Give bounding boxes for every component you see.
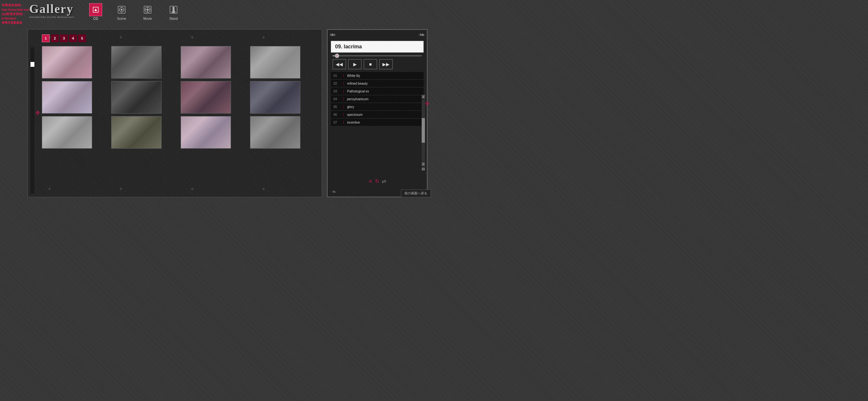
main-content: ⚜ 1 2 3 4 5 ✦ ✦ ✦ ✦ ✦ ✦ <box>28 29 428 197</box>
track-sep-2: ｜ <box>342 81 345 86</box>
site-line5: 每周五更新游戏 <box>2 21 29 25</box>
thumbnail-8[interactable] <box>250 81 300 114</box>
scroll-down-button[interactable]: ▼ <box>422 162 425 166</box>
thumbnail-9[interactable] <box>42 116 92 149</box>
tab-scene-label: Scene <box>117 17 126 21</box>
shuffle-icon[interactable]: ✕ <box>369 179 372 184</box>
scroll-up-button[interactable]: ▲ <box>422 95 425 99</box>
deco-cross-5: ✦ <box>48 186 52 192</box>
stop-icon: ■ <box>369 62 372 67</box>
track-num-6: 06 <box>334 113 340 117</box>
ornament-top: ❧ ❧ <box>331 31 424 38</box>
ornament-top-right: ❧ <box>418 31 423 38</box>
tab-movie-label: Movie <box>143 17 152 21</box>
nav-tabs: CG Scene <box>86 3 183 21</box>
thumbnail-1[interactable] <box>42 46 92 79</box>
track-name-3: Pathological ex <box>347 90 369 93</box>
thumbnail-2[interactable] <box>111 46 161 79</box>
thumbnail-7[interactable] <box>181 81 231 114</box>
track-list: 01 ｜ White lily 02 ｜ refined beauty 03 ｜… <box>331 72 424 174</box>
track-item-2[interactable]: 02 ｜ refined beauty <box>331 80 424 87</box>
track-name-6: speciosum <box>347 113 363 117</box>
thumbnail-grid <box>42 46 317 149</box>
track-name-2: refined beauty <box>347 82 368 85</box>
track-name-1: White lily <box>347 74 360 78</box>
page-btn-2[interactable]: 2 <box>51 34 59 42</box>
play-icon: ▶ <box>353 62 357 67</box>
back-button[interactable]: 前の画面へ戻る <box>401 189 431 197</box>
slider-thumb-icon: ✦ <box>336 55 338 57</box>
play-button[interactable]: ▶ <box>348 59 362 69</box>
stand-icon <box>167 3 180 16</box>
track-item-4[interactable]: 04 ｜ pensylvanicum <box>331 95 424 102</box>
site-line2: http://www.lybh.me/ <box>2 8 29 12</box>
page-btn-3[interactable]: 3 <box>60 34 68 42</box>
track-num-2: 02 <box>334 82 340 85</box>
svg-point-6 <box>121 7 122 8</box>
thumbnail-5[interactable] <box>42 81 92 114</box>
tab-stand-label: Stand <box>169 17 178 21</box>
track-item-3[interactable]: 03 ｜ Pathological ex <box>331 88 424 95</box>
site-line1: 官网(更多游戏)： <box>2 3 29 8</box>
scroll-thumb <box>422 118 425 143</box>
thumbnail-11[interactable] <box>181 116 231 149</box>
thumbnail-12[interactable] <box>250 116 300 149</box>
track-name-5: glory <box>347 105 354 109</box>
track-num-4: 04 <box>334 97 340 101</box>
left-fleur-icon: ⚜ <box>34 109 41 118</box>
track-item-6[interactable]: 06 ｜ speciosum <box>331 111 424 118</box>
page-btn-4[interactable]: 4 <box>69 34 77 42</box>
track-sep-6: ｜ <box>342 112 345 117</box>
playback-slider-area: ✦ <box>331 55 424 57</box>
svg-rect-18 <box>173 7 175 11</box>
thumbnail-3[interactable] <box>181 46 231 79</box>
track-sep-5: ｜ <box>342 104 345 109</box>
playback-thumb: ✦ <box>335 54 339 58</box>
page-btn-5[interactable]: 5 <box>78 34 86 42</box>
bottom-controls: ✕ ↻ ⇄ <box>331 177 424 186</box>
track-name-7: incentive <box>347 121 360 124</box>
site-info: 官网(更多游戏)： http://www.lybh.me/ QQ群(更多游戏)：… <box>2 3 29 25</box>
track-name-4: pensylvanicum <box>347 97 369 101</box>
page-navigation: 1 2 3 4 5 <box>42 34 317 42</box>
gallery-scroll-thumb <box>30 62 34 67</box>
thumbnail-6[interactable] <box>111 81 161 114</box>
track-item-1[interactable]: 01 ｜ White lily <box>331 72 424 79</box>
track-title: 09. lacrima <box>331 41 424 53</box>
ornament-bottom-left: ❧ <box>332 188 336 195</box>
svg-point-5 <box>121 9 123 11</box>
track-item-5[interactable]: 05 ｜ glory <box>331 103 424 110</box>
scroll-bottom-button[interactable]: ▼▼ <box>422 167 425 171</box>
tab-scene[interactable]: Scene <box>112 3 131 21</box>
track-sep-1: ｜ <box>342 73 345 78</box>
playback-slider[interactable]: ✦ <box>333 55 422 57</box>
tab-cg[interactable]: CG <box>86 3 105 21</box>
ornament-top-left: ❧ <box>332 31 336 38</box>
cg-icon <box>89 3 102 16</box>
prev-button[interactable]: ◀◀ <box>333 59 346 69</box>
loop-icon[interactable]: ⇄ <box>382 178 386 184</box>
gallery-scrollbar[interactable] <box>30 48 34 194</box>
svg-rect-20 <box>172 12 175 13</box>
next-icon: ▶▶ <box>382 62 390 67</box>
page-btn-1[interactable]: 1 <box>42 34 50 42</box>
scene-icon <box>115 3 128 16</box>
stop-button[interactable]: ■ <box>364 59 377 69</box>
track-num-3: 03 <box>334 90 340 93</box>
track-sep-7: ｜ <box>342 120 345 125</box>
track-sep-4: ｜ <box>342 97 345 101</box>
repeat-icon[interactable]: ↻ <box>375 178 379 184</box>
deco-cross-6: ✦ <box>119 186 123 192</box>
svg-point-9 <box>124 9 125 10</box>
track-item-7[interactable]: 07 ｜ incentive <box>331 119 424 126</box>
thumbnail-4[interactable] <box>250 46 300 79</box>
thumbnail-10[interactable] <box>111 116 161 149</box>
deco-cross-8: ✦ <box>261 186 266 192</box>
tab-movie[interactable]: Movie <box>138 3 157 21</box>
svg-point-12 <box>147 9 149 11</box>
tab-stand[interactable]: Stand <box>164 3 183 21</box>
scroll-track <box>422 99 425 161</box>
track-num-7: 07 <box>334 121 340 124</box>
track-num-1: 01 <box>334 74 340 78</box>
next-button[interactable]: ▶▶ <box>379 59 393 69</box>
